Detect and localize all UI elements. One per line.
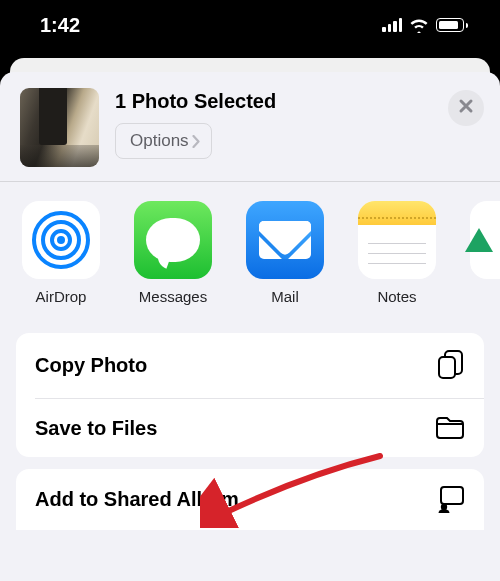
photo-thumbnail [20, 88, 99, 167]
action-label: Copy Photo [35, 354, 147, 377]
app-partial[interactable] [468, 201, 500, 305]
action-label: Add to Shared Album [35, 488, 239, 511]
share-apps-row[interactable]: AirDrop Messages Mail Notes [0, 182, 500, 305]
close-icon [458, 98, 474, 118]
share-title: 1 Photo Selected [115, 90, 432, 113]
partial-app-icon [470, 201, 500, 279]
copy-icon [436, 350, 465, 381]
app-messages[interactable]: Messages [132, 201, 214, 305]
folder-icon [435, 416, 465, 440]
status-bar: 1:42 [0, 0, 500, 58]
battery-icon [436, 18, 468, 32]
actions-group-1: Copy Photo Save to Files [16, 333, 484, 457]
app-notes[interactable]: Notes [356, 201, 438, 305]
share-sheet: 1 Photo Selected Options AirDrop [0, 72, 500, 581]
action-save-to-files[interactable]: Save to Files [16, 399, 484, 457]
action-copy-photo[interactable]: Copy Photo [16, 333, 484, 398]
options-label: Options [130, 131, 189, 151]
svg-rect-2 [441, 487, 463, 504]
app-label: Messages [139, 288, 207, 305]
action-label: Save to Files [35, 417, 157, 440]
share-sheet-header: 1 Photo Selected Options [0, 72, 500, 181]
cellular-signal-icon [382, 18, 402, 32]
mail-icon [246, 201, 324, 279]
svg-rect-0 [439, 357, 455, 378]
airdrop-icon [22, 201, 100, 279]
app-mail[interactable]: Mail [244, 201, 326, 305]
close-button[interactable] [448, 90, 484, 126]
app-label: AirDrop [36, 288, 87, 305]
action-add-to-shared-album[interactable]: Add to Shared Album [16, 469, 484, 530]
wifi-icon [409, 17, 429, 33]
app-airdrop[interactable]: AirDrop [20, 201, 102, 305]
status-icons [382, 17, 468, 33]
app-label: Notes [377, 288, 416, 305]
chevron-right-icon [192, 135, 200, 148]
header-text: 1 Photo Selected Options [115, 88, 432, 159]
messages-icon [134, 201, 212, 279]
actions-group-2: Add to Shared Album [16, 469, 484, 530]
options-button[interactable]: Options [115, 123, 212, 159]
status-time: 1:42 [40, 14, 80, 37]
app-label: Mail [271, 288, 299, 305]
notes-icon [358, 201, 436, 279]
shared-album-icon [435, 486, 465, 513]
